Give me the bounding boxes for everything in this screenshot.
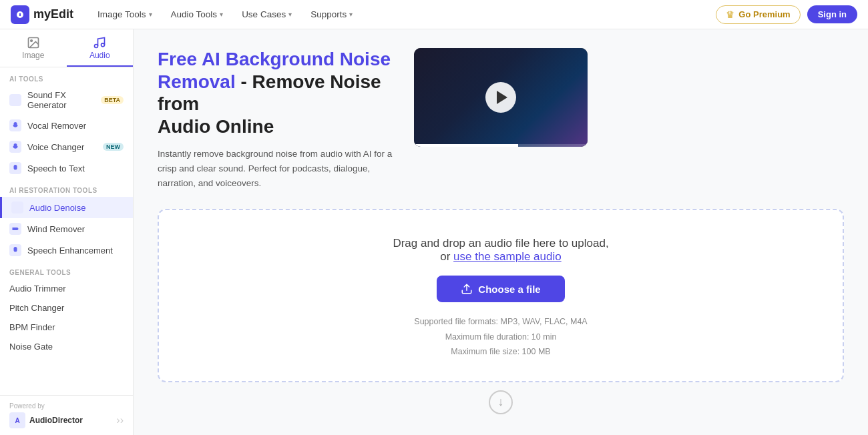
sidebar-tabs: Image Audio — [0, 29, 133, 67]
ai-restoration-label: AI RESTORATION TOOLS — [0, 179, 133, 197]
crown-icon: ♛ — [726, 9, 734, 20]
scroll-indicator: ↓ — [158, 382, 844, 417]
tab-audio[interactable]: Audio — [67, 29, 134, 67]
sidebar-item-audio-denoise[interactable]: Audio Denoise — [0, 197, 133, 218]
sign-in-button[interactable]: Sign in — [807, 5, 857, 23]
upload-drag-text: Drag and drop an audio file here to uplo… — [393, 237, 608, 264]
hero-section: Free AI Background NoiseRemoval - Remove… — [158, 48, 844, 190]
chevron-down-icon: ▾ — [149, 11, 152, 18]
upload-info: Supported file formats: MP3, WAV, FLAC, … — [414, 314, 587, 360]
svg-point-1 — [31, 40, 33, 42]
wind-remover-icon — [9, 223, 21, 235]
sidebar-item-pitch-changer[interactable]: Pitch Changer — [0, 298, 133, 318]
general-tools-label: GENERAL TOOLS — [0, 261, 133, 279]
voice-changer-icon — [9, 141, 21, 153]
scroll-down-icon: ↓ — [489, 390, 513, 414]
ai-tools-label: AI TOOLS — [0, 67, 133, 85]
upload-section: Drag and drop an audio file here to uplo… — [158, 209, 844, 382]
new-badge: NEW — [103, 143, 124, 151]
logo-text: myEdit — [33, 7, 73, 21]
choose-file-button[interactable]: Choose a file — [437, 276, 564, 302]
upload-icon — [461, 283, 473, 295]
sidebar-item-bpm-finder[interactable]: BPM Finder — [0, 318, 133, 337]
main-layout: Image Audio AI TOOLS Sound FX Generator … — [0, 29, 868, 435]
top-navigation: myEdit Image Tools ▾ Audio Tools ▾ Use C… — [0, 0, 868, 29]
beta-badge: BETA — [101, 96, 124, 104]
sidebar-item-speech-enhancement[interactable]: Speech Enhancement — [0, 240, 133, 261]
hero-title: Free AI Background NoiseRemoval - Remove… — [158, 48, 398, 137]
sidebar-item-noise-gate[interactable]: Noise Gate — [0, 337, 133, 356]
nav-audio-tools[interactable]: Audio Tools ▾ — [163, 5, 232, 23]
audio-denoise-icon — [11, 201, 23, 213]
speech-to-text-icon — [9, 162, 21, 174]
nav-supports[interactable]: Supports ▾ — [302, 5, 361, 23]
chevron-down-icon: ▾ — [349, 11, 353, 18]
tab-image[interactable]: Image — [0, 29, 67, 67]
logo-icon — [11, 5, 29, 24]
nav-items: Image Tools ▾ Audio Tools ▾ Use Cases ▾ … — [89, 5, 716, 23]
chevron-down-icon: ▾ — [220, 11, 223, 18]
sidebar-item-sound-fx[interactable]: Sound FX Generator BETA — [0, 85, 133, 115]
svg-point-3 — [101, 43, 105, 47]
main-content: Free AI Background NoiseRemoval - Remove… — [134, 29, 868, 435]
sidebar: Image Audio AI TOOLS Sound FX Generator … — [0, 29, 134, 435]
video-progress-fill — [414, 144, 518, 147]
logo[interactable]: myEdit — [11, 5, 73, 24]
nav-right: ♛ Go Premium Sign in — [716, 5, 857, 24]
sample-audio-link[interactable]: use the sample audio — [453, 250, 562, 263]
sidebar-item-voice-changer[interactable]: Voice Changer NEW — [0, 136, 133, 157]
chevron-right-icon: ›› — [116, 414, 124, 426]
hero-video[interactable] — [414, 48, 588, 147]
powered-by-label: Powered by — [9, 402, 124, 410]
svg-point-2 — [95, 45, 98, 48]
sound-fx-icon — [9, 94, 21, 106]
audiodirector-logo[interactable]: A AudioDirector ›› — [9, 412, 124, 428]
hero-text: Free AI Background NoiseRemoval - Remove… — [158, 48, 398, 190]
sidebar-item-speech-to-text[interactable]: Speech to Text — [0, 157, 133, 179]
video-progress-bar — [414, 144, 588, 147]
go-premium-button[interactable]: ♛ Go Premium — [716, 5, 800, 24]
audiodirector-icon: A — [9, 412, 25, 428]
vocal-remover-icon — [9, 119, 21, 131]
powered-by-section: Powered by A AudioDirector ›› — [0, 395, 133, 435]
sidebar-item-vocal-remover[interactable]: Vocal Remover — [0, 115, 133, 136]
sidebar-item-audio-trimmer[interactable]: Audio Trimmer — [0, 279, 133, 298]
nav-use-cases[interactable]: Use Cases ▾ — [234, 5, 300, 23]
chevron-down-icon: ▾ — [288, 11, 292, 18]
play-button[interactable] — [485, 82, 516, 113]
video-thumbnail — [414, 48, 588, 147]
sidebar-item-wind-remover[interactable]: Wind Remover — [0, 218, 133, 240]
hero-description: Instantly remove background noise from a… — [158, 147, 398, 190]
nav-image-tools[interactable]: Image Tools ▾ — [89, 5, 160, 23]
speech-enhancement-icon — [9, 244, 21, 256]
